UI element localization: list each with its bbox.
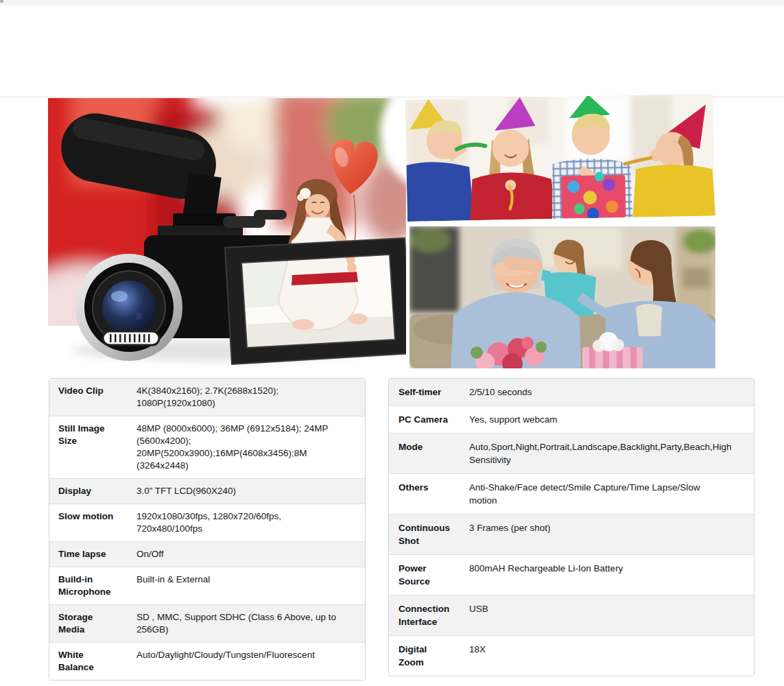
spec-value: USB [469,595,754,635]
spec-value: Auto,Sport,Night,Portrait,Landscape,Back… [469,434,754,473]
camcorder-product-image [48,98,406,368]
table-row: Display 3.0” TFT LCD(960X240) [49,478,365,504]
table-row: Digital Zoom 18X [389,635,754,676]
spec-label: Digital Zoom [389,636,469,676]
top-strip [0,0,784,5]
spec-value: 3 Frames (per shot) [469,514,754,554]
spec-label: Others [389,474,469,514]
spec-label: Self-timer [389,379,469,405]
spec-value: Auto/Daylight/Cloudy/Tungsten/Fluorescen… [136,643,365,680]
spec-value: Anti-Shake/Face detect/Smile Capture/Tim… [469,474,754,514]
table-row: Mode Auto,Sport,Night,Portrait,Landscape… [389,433,754,473]
table-row: Time lapse On/Off [49,541,365,567]
spec-value: 2/5/10 seconds [469,379,754,405]
spec-label: Video Clip [49,379,136,416]
camcorder-scene-graphic [48,98,406,368]
family-surprise-graphic [409,226,715,368]
spec-label: Time lapse [49,542,136,567]
colorful-gift-bag [561,172,626,221]
spec-label: Continuous Shot [389,514,469,554]
table-row: Power Source 800mAH Rechargeable Li-Ion … [389,554,754,595]
spec-value: 3.0” TFT LCD(960X240) [136,479,365,504]
spec-table-right: Self-timer 2/5/10 seconds PC Camera Yes,… [388,378,755,676]
spec-value: On/Off [136,542,365,567]
spec-label: Mode [389,434,469,473]
lens-grille [103,331,159,345]
spec-value: 800mAH Rechargeable Li-Ion Battery [469,555,754,595]
spec-label: Build-in Microphone [49,567,136,604]
table-row: Slow motion 1920x1080/30fps, 1280x720/60… [49,504,365,541]
spec-value: 1920x1080/30fps, 1280x720/60fps, 720x480… [136,504,365,541]
spec-value: 18X [469,636,754,676]
table-row: Build-in Microphone Built-in & External [49,567,365,604]
product-image-collage [48,98,715,368]
spec-label: PC Camera [389,406,469,433]
table-row: Connection Interface USB [389,595,754,635]
spec-value: 48MP (8000x6000); 36MP (6912x5184); 24MP… [136,416,365,478]
spec-label: Connection Interface [389,595,469,635]
spec-table-left: Video Clip 4K(3840x2160); 2.7K(2688x1520… [49,378,366,681]
spec-label: Power Source [389,555,469,595]
table-row: PC Camera Yes, support webcam [389,405,754,433]
family-surprise-image [409,226,715,368]
table-row: White Balance Auto/Daylight/Cloudy/Tungs… [49,642,365,680]
spec-label: Slow motion [49,504,136,541]
table-row: Storage Media SD , MMC, Support SDHC (Cl… [49,604,365,642]
table-row: Self-timer 2/5/10 seconds [389,379,754,405]
table-row: Others Anti-Shake/Face detect/Smile Capt… [389,473,754,514]
product-description-page: { "hero": { "images": [ { "name": "camco… [0,0,784,686]
table-row: Video Clip 4K(3840x2160); 2.7K(2688x1520… [49,379,365,416]
kids-party-image [405,93,715,222]
spec-label: White Balance [49,643,136,680]
corner-artifact [0,0,3,3]
kids-party-graphic [405,93,715,222]
table-row: Continuous Shot 3 Frames (per shot) [389,514,754,554]
spec-label: Still Image Size [49,416,136,478]
spec-value: 4K(3840x2160); 2.7K(2688x1520); 1080P(19… [136,379,365,416]
spec-label: Storage Media [49,605,136,642]
table-row: Still Image Size 48MP (8000x6000); 36MP … [49,416,365,478]
spec-label: Display [49,479,136,504]
spec-value: SD , MMC, Support SDHC (Class 6 Above, u… [136,605,365,642]
spec-value: Yes, support webcam [469,406,754,433]
spec-value: Built-in & External [136,567,365,604]
